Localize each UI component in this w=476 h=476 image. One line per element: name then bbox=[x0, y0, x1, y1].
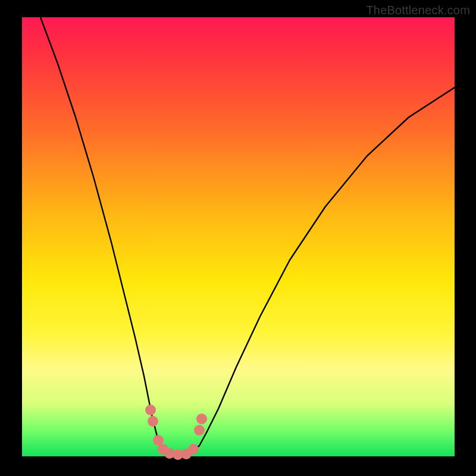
highlight-dot bbox=[148, 416, 158, 427]
highlight-dot bbox=[145, 405, 156, 415]
credit-text: TheBottleneck.com bbox=[366, 4, 470, 17]
bottleneck-curve bbox=[40, 17, 455, 455]
highlight-dots bbox=[145, 405, 207, 460]
chart-overlay bbox=[22, 17, 455, 456]
highlight-dot bbox=[194, 425, 205, 436]
highlight-dot bbox=[188, 444, 199, 455]
highlight-dot bbox=[196, 414, 207, 424]
